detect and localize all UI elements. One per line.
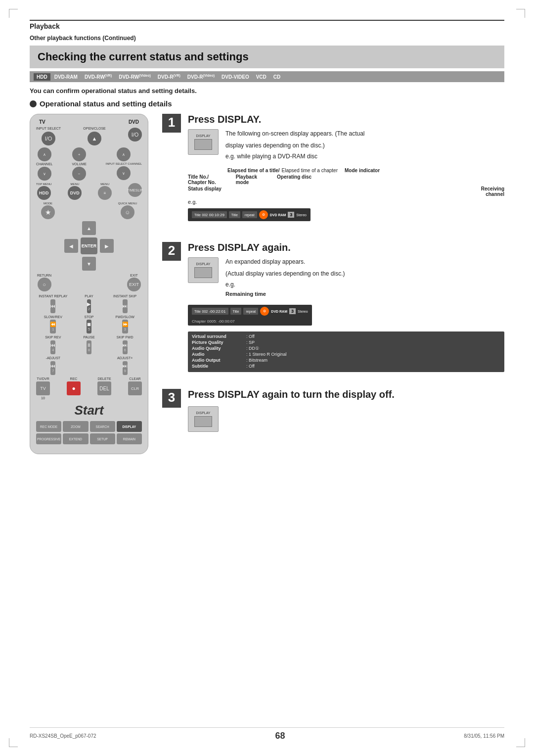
dvd-btn[interactable]: DVD	[68, 186, 82, 200]
expanded-val: : Off	[246, 334, 255, 339]
input-select2-btn[interactable]: I/O	[128, 128, 142, 142]
channel-label: CHANNEL	[36, 162, 52, 166]
display-btn-illus2: DISPLAY	[188, 257, 219, 283]
rec-mode-btn[interactable]: REC MODE	[36, 421, 61, 432]
search-btn[interactable]: SEARCH	[90, 421, 115, 432]
play-btn[interactable]: ▶ 2	[87, 299, 91, 313]
mode-top-label: MODE	[44, 202, 52, 205]
return-btn[interactable]: ○	[38, 278, 51, 291]
hdd-btn[interactable]: HDD	[37, 186, 51, 200]
osd2-header: Title 002 -00:22:01 Title repeat	[192, 307, 308, 316]
input-select-row: INPUT SELECT I/O OPEN/CLOSE ▲ I/O	[34, 127, 144, 145]
rec-label: REC	[70, 377, 78, 381]
channel-up-btn[interactable]: ∧	[38, 147, 51, 161]
step2-title: Press DISPLAY again.	[188, 242, 504, 253]
slow-rev-label: SLOW/REV	[44, 315, 62, 319]
footer-left: RD-XS24SB_OpeE_p067-072	[30, 733, 96, 739]
steps-section: 1 Press DISPLAY. DISPLAY The following o…	[162, 114, 504, 454]
channel-down-btn[interactable]: ∨	[38, 167, 51, 181]
skip-rev-label: SKIP REV	[45, 335, 61, 339]
nav-up-btn[interactable]: ▲	[82, 221, 96, 235]
remain-btn[interactable]: REMAIN	[117, 433, 142, 444]
stop-btn[interactable]: ⏹ 5	[87, 320, 91, 333]
nav-left-btn[interactable]: ◀	[64, 239, 78, 253]
display-label-illus3: DISPLAY	[196, 411, 210, 415]
nav-right-btn[interactable]: ▶	[100, 239, 114, 253]
receiving-col: Receiving channel	[481, 186, 504, 197]
ann-playback-mode2: mode	[236, 180, 257, 185]
slow-rev-btn[interactable]: ⏪ 1	[50, 320, 56, 333]
step2-eg: e.g.	[225, 281, 345, 288]
open-close-label: OPEN/CLOSE	[83, 127, 106, 131]
adjust-plus-col: ADJUST+ ⏭ 9	[108, 356, 142, 375]
quick-btn[interactable]: ☺	[121, 205, 134, 219]
isc-down-btn[interactable]: ∨	[117, 166, 131, 180]
adjust-minus-btn[interactable]: ⏮ 7	[50, 361, 55, 375]
osd2-time: -00:22:01	[209, 309, 226, 314]
osd-title-label1: Title	[194, 213, 201, 217]
clear-btn[interactable]: CLR	[128, 381, 142, 395]
tvdvr-btn[interactable]: TV	[36, 381, 50, 395]
osd-num1: 3	[288, 212, 294, 218]
rec-col: REC ●	[67, 377, 81, 400]
instant-skip-btn[interactable]: ⏭	[123, 299, 128, 313]
osd-stereo1: Stereo	[296, 213, 307, 217]
instant-replay-btn[interactable]: ⏮	[50, 299, 55, 313]
osd-title2: Title	[229, 211, 240, 218]
delete-btn[interactable]: DEL	[97, 381, 111, 395]
setup-btn[interactable]: SETUP	[90, 433, 115, 444]
expanded-val: : Bitstream	[246, 358, 267, 363]
step1-diagram: Elapsed time of a title/ Elapsed time of…	[188, 168, 504, 223]
display-remote-btn[interactable]: DISPLAY	[117, 421, 142, 432]
extend-btn[interactable]: EXTEND	[63, 433, 88, 444]
timeslip-btn[interactable]: TIMESLIP	[128, 183, 142, 197]
exit-btn[interactable]: EXIT	[127, 278, 141, 291]
expanded-key: Subtitle	[192, 364, 241, 369]
play-col: PLAY ▶ 2	[72, 294, 106, 313]
mode-dvdrw-video: DVD-RW(Video)	[116, 73, 154, 81]
enter-btn[interactable]: ENTER	[81, 237, 97, 254]
func-row1: REC MODE ZOOM SEARCH DISPLAY	[34, 421, 144, 432]
volume-down-btn[interactable]: −	[72, 167, 86, 181]
instant-replay-label: INSTANT REPLAY	[39, 294, 67, 298]
expanded-key: Audio Quality	[192, 346, 241, 351]
fwd-slow-btn[interactable]: ⏩ 3	[122, 320, 128, 333]
remote-container: TV DVD INPUT SELECT I/O OPEN/CLOSE ▲	[30, 114, 152, 454]
zoom-btn[interactable]: ZOOM	[63, 421, 88, 432]
expanded-key: Audio	[192, 352, 241, 357]
osd-title-val1: 002	[202, 213, 208, 217]
adjust-plus-btn[interactable]: ⏭ 9	[123, 361, 128, 375]
clear-label: CLEAR	[129, 377, 140, 381]
mode-bar: HDD DVD-RAM DVD-RW(VR) DVD-RW(Video) DVD…	[30, 71, 504, 82]
input-select-btn[interactable]: I/O	[42, 132, 55, 145]
status-col: Status display	[188, 186, 222, 197]
open-close-btn[interactable]: ▲	[88, 132, 101, 145]
progressive-btn[interactable]: PROGRESSIVE	[36, 433, 61, 444]
quick-label: QUICK MENU	[118, 202, 137, 205]
remote-top-labels: TV DVD	[34, 119, 144, 125]
dvd-menu-col: MENU DVD	[68, 183, 82, 200]
rec-btn[interactable]: ●	[67, 381, 81, 395]
ann-channel: channel	[481, 191, 504, 197]
step1-content: Press DISPLAY. DISPLAY The following on-…	[188, 114, 504, 230]
footer-right: 8/31/05, 11:56 PM	[464, 733, 504, 739]
skip-rev-btn[interactable]: ⏮ 4	[50, 340, 55, 354]
volume-up-btn[interactable]: +	[72, 147, 86, 161]
pause-btn[interactable]: ⏸ 8	[87, 340, 91, 354]
osd-disc-label: ⊙	[262, 213, 265, 217]
display-screen-illus3	[194, 416, 212, 427]
input-select-label: INPUT SELECT	[36, 127, 61, 131]
step3-number: 3	[162, 389, 181, 408]
page-number: 68	[275, 731, 285, 741]
skip-fwd-label: SKIP FWD	[117, 335, 134, 339]
status-channel-row: Status display Receiving channel	[188, 186, 504, 197]
return-exit-row: RETURN ○ EXIT EXIT	[34, 274, 144, 291]
isc-up-btn[interactable]: ∧	[117, 147, 131, 161]
star-btn[interactable]: ★	[41, 205, 55, 219]
spacer	[72, 356, 106, 375]
adjust-minus-col: -ADJUST ⏮ 7	[36, 356, 70, 375]
isc-label: INPUT SELECT CHANNEL	[106, 162, 142, 165]
skip-fwd-btn[interactable]: ⏭ 6	[123, 340, 128, 354]
nav-down-btn[interactable]: ▼	[82, 257, 96, 271]
menu2-btn[interactable]: ≡	[98, 186, 112, 200]
